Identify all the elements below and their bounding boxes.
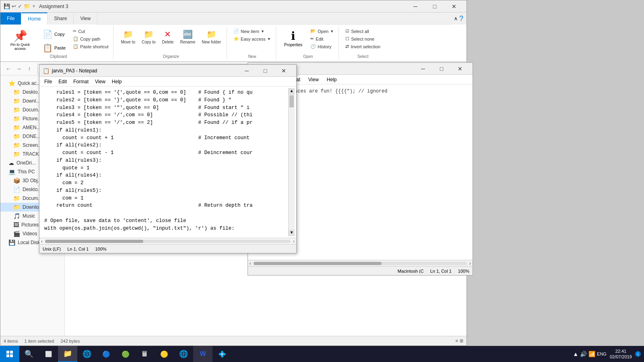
sound-tray-icon[interactable]: 🔊 xyxy=(580,351,587,357)
fg-vscroll-up[interactable]: ▲ xyxy=(289,88,295,95)
minimize-button[interactable]: ─ xyxy=(406,0,425,12)
fg-notepad-title: jarvis_PA3 - Notepad xyxy=(52,68,237,74)
undo-icon[interactable]: ↩ xyxy=(12,3,16,9)
fg-minimize-btn[interactable]: ─ xyxy=(237,65,256,77)
network-tray-icon[interactable]: ▲ xyxy=(573,351,578,357)
fg-maximize-btn[interactable]: □ xyxy=(256,65,275,77)
edge-taskbar[interactable]: 🌐 xyxy=(77,346,97,362)
fg-hscroll-track[interactable] xyxy=(45,240,291,243)
taskbar: 🔍 ⬜ 📁 🌐 🔵 🟢 🖩 🟡 🌐 W 💠 ▲ 🔊 📶 ENG 22:41 02… xyxy=(0,346,644,362)
fg-menu-file[interactable]: File xyxy=(41,78,55,85)
paste-shortcut-btn[interactable]: 📋 Paste shortcut xyxy=(71,43,110,50)
new-folder-btn[interactable]: 📁 New folder xyxy=(199,28,223,46)
ribbon-collapse-btn[interactable]: ∧ ? xyxy=(451,12,466,25)
bg-menu-view[interactable]: View xyxy=(305,76,322,83)
new-item-btn[interactable]: 📄 New item ▼ xyxy=(232,28,272,35)
open-btn[interactable]: 📂 Open ▼ xyxy=(309,28,335,35)
bg-hscroll[interactable]: ‹ › xyxy=(248,260,473,266)
ribbon-group-select: ☑ Select all ☐ Select none ⇄ Invert sele… xyxy=(341,26,385,60)
rename-btn[interactable]: 🔤 Rename xyxy=(178,28,198,46)
file-explorer-titlebar: 💾 ↩ ✓ 📁 ▼ Assignment 3 ─ □ ✕ xyxy=(0,0,466,12)
status-bar: 4 items 1 item selected 242 bytes ≡ ⊞ xyxy=(0,336,466,346)
window-controls: ─ □ ✕ xyxy=(406,0,463,12)
file-size: 242 bytes xyxy=(60,339,80,343)
chrome-taskbar[interactable]: 🔵 xyxy=(97,346,116,362)
start-button[interactable] xyxy=(0,346,19,362)
history-btn[interactable]: 🕐 History xyxy=(309,43,335,50)
copy-path-btn[interactable]: 📋 Copy path xyxy=(71,35,110,42)
view-tile-icon[interactable]: ⊞ xyxy=(460,338,463,343)
date-display: 02/07/2019 xyxy=(610,354,632,360)
bg-minimize-btn[interactable]: ─ xyxy=(414,63,432,75)
quickbooks-taskbar[interactable]: 🟢 xyxy=(116,346,135,362)
fg-window-controls: ─ □ ✕ xyxy=(237,65,293,77)
fg-notepad-content-area: rules1 = [token == '{',quote == 0,com ==… xyxy=(39,86,296,238)
copy-to-btn[interactable]: 📁 Copy to xyxy=(139,28,158,46)
properties-btn[interactable]: ℹ Properties xyxy=(281,28,306,49)
search-taskbar-btn[interactable]: 🔍 xyxy=(19,346,39,362)
fg-hscroll[interactable]: ‹ › xyxy=(39,238,296,244)
calculator-taskbar[interactable]: 🖩 xyxy=(135,346,155,362)
ribbon-group-new: 📄 New item ▼ ⭐ Easy access ▼ New xyxy=(229,26,276,60)
ribbon-tab-spacer xyxy=(97,12,451,25)
volume-tray-icon[interactable]: 📶 xyxy=(588,351,595,357)
extra-taskbar[interactable]: 💠 xyxy=(213,346,232,362)
maximize-button[interactable]: □ xyxy=(425,0,444,12)
chrome2-taskbar[interactable]: 🌐 xyxy=(174,346,193,362)
copy-btn[interactable]: 📄 Copy xyxy=(40,28,68,41)
redo-icon[interactable]: ✓ xyxy=(18,3,22,9)
tab-share[interactable]: Share xyxy=(47,12,74,25)
foreground-notepad-window: 📋 jarvis_PA3 - Notepad ─ □ ✕ File Edit F… xyxy=(39,64,297,253)
back-button[interactable]: ← xyxy=(4,64,13,74)
language-tray: ENG xyxy=(597,352,607,356)
tab-view[interactable]: View xyxy=(74,12,97,25)
time-display: 22:41 xyxy=(610,348,632,354)
ribbon-content: 📌 Pin to Quick access 📄 Copy 📋 Paste xyxy=(0,25,466,62)
pin-to-quick-access-btn[interactable]: 📌 Pin to Quick access xyxy=(7,28,33,52)
edit-btn[interactable]: ✏ Edit xyxy=(309,35,335,42)
easy-access-btn[interactable]: ⭐ Easy access ▼ xyxy=(232,35,272,42)
bg-menu-help[interactable]: Help xyxy=(324,76,340,83)
select-all-btn[interactable]: ☑ Select all xyxy=(344,28,382,35)
fg-menu-view[interactable]: View xyxy=(92,78,109,85)
close-button[interactable]: ✕ xyxy=(445,0,463,12)
ribbon-group-clipboard: 📌 Pin to Quick access 📄 Copy 📋 Paste xyxy=(4,26,114,60)
paste-btn[interactable]: 📋 Paste xyxy=(40,41,68,54)
delete-btn[interactable]: ✕ Delete xyxy=(160,28,176,46)
fg-notepad-statusbar: Unix (LF) Ln 1, Col 1 100% xyxy=(39,244,296,253)
tab-home[interactable]: Home xyxy=(21,12,47,25)
fg-vscroll-down[interactable]: ▼ xyxy=(289,230,295,236)
fg-hscroll-thumb xyxy=(45,240,143,243)
bg-notepad-statusbar: Macintosh (C Ln 1, Col 1 100% xyxy=(248,266,473,275)
sticky-taskbar[interactable]: 🟡 xyxy=(155,346,174,362)
fg-close-btn[interactable]: ✕ xyxy=(275,65,293,77)
dropdown-icon[interactable]: ▼ xyxy=(32,4,36,8)
bg-maximize-btn[interactable]: □ xyxy=(432,63,451,75)
fg-vscroll[interactable]: ▲ ▼ xyxy=(288,88,295,236)
save-icon[interactable]: 💾 xyxy=(4,3,10,9)
tab-file[interactable]: File xyxy=(0,12,21,25)
view-list-icon[interactable]: ≡ xyxy=(456,338,458,343)
fg-menu-edit[interactable]: Edit xyxy=(55,78,70,85)
select-none-btn[interactable]: ☐ Select none xyxy=(344,35,382,42)
up-button[interactable]: ↑ xyxy=(25,64,34,74)
bg-line-ending: Macintosh (C xyxy=(398,269,424,274)
properties-icon[interactable]: 📁 xyxy=(24,3,30,9)
task-view-btn[interactable]: ⬜ xyxy=(39,346,58,362)
fg-notepad-text[interactable]: rules1 = [token == '{',quote == 0,com ==… xyxy=(41,88,288,236)
invert-selection-btn[interactable]: ⇄ Invert selection xyxy=(344,43,382,50)
ribbon-tab-bar: File Home Share View ∧ ? xyxy=(0,12,466,25)
ribbon: File Home Share View ∧ ? 📌 xyxy=(0,12,466,62)
forward-button[interactable]: → xyxy=(14,64,24,74)
fg-menu-format[interactable]: Format xyxy=(70,78,92,85)
word-taskbar[interactable]: W xyxy=(193,346,213,362)
move-to-btn[interactable]: 📁 Move to xyxy=(118,28,138,46)
fg-menu-help[interactable]: Help xyxy=(109,78,125,85)
help-badge: ? xyxy=(459,14,463,23)
taskbar-clock[interactable]: 22:41 02/07/2019 xyxy=(610,348,632,360)
cut-btn[interactable]: ✂ Cut xyxy=(71,28,110,35)
bg-close-btn[interactable]: ✕ xyxy=(451,63,469,75)
file-explorer-taskbar[interactable]: 📁 xyxy=(58,346,77,362)
notification-badge[interactable]: 1 xyxy=(635,351,641,357)
bg-hscroll-track[interactable] xyxy=(254,262,467,265)
